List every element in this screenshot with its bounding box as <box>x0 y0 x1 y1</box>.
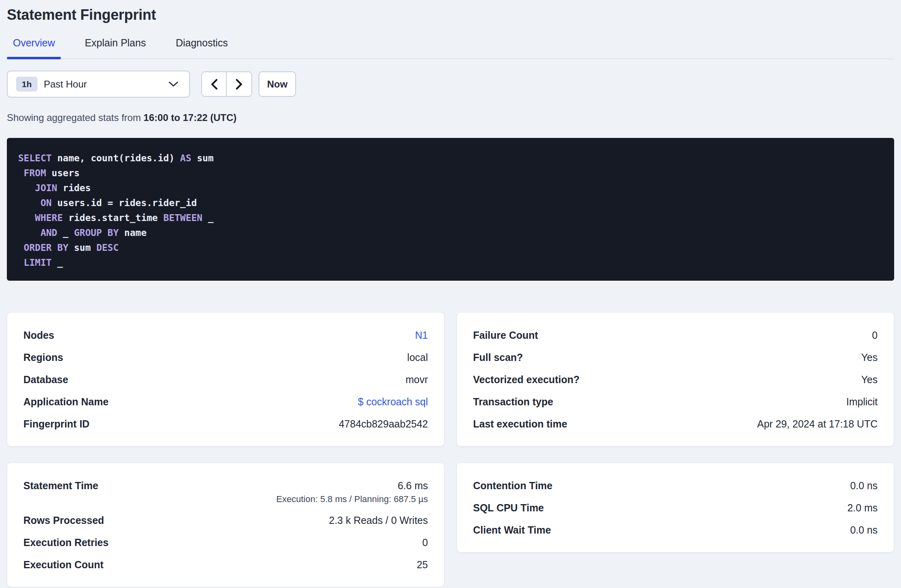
time-range-label: Past Hour <box>44 79 168 90</box>
stat-label: SQL CPU Time <box>473 502 544 514</box>
aggregated-stats-note: Showing aggregated stats from 16:00 to 1… <box>7 112 894 123</box>
stat-value-group: Yes <box>861 374 878 386</box>
sql-line: LIMIT _ <box>18 255 883 270</box>
sql-identifier: rides.start_time <box>63 213 163 223</box>
stat-value: 0 <box>872 329 878 341</box>
sql-line: AND _ GROUP BY name <box>18 225 883 240</box>
stat-value: 6.6 ms <box>398 480 428 492</box>
stat-subvalue: Execution: 5.8 ms / Planning: 687.5 µs <box>276 494 428 504</box>
tab-overview[interactable]: Overview <box>7 37 61 58</box>
stat-value: 0 <box>422 537 428 548</box>
stat-value: Yes <box>861 352 878 363</box>
sql-keyword: DESC <box>96 242 119 253</box>
now-button[interactable]: Now <box>259 71 296 97</box>
stat-row: Execution Count25 <box>23 559 428 571</box>
stat-value-group: 2.3 k Reads / 0 Writes <box>329 515 428 526</box>
sql-identifier: sum <box>69 242 96 253</box>
sql-keyword: ON <box>18 198 52 208</box>
stat-label: Full scan? <box>473 352 523 363</box>
sql-identifier: name <box>119 227 146 238</box>
sql-line: JOIN rides <box>18 181 883 196</box>
stat-value: Apr 29, 2024 at 17:18 UTC <box>757 418 878 430</box>
stat-row: Failure Count0 <box>473 329 878 341</box>
stat-row: Vectorized execution?Yes <box>473 374 878 386</box>
sql-statement-box: SELECT name, count(rides.id) AS sum FROM… <box>7 138 894 281</box>
stat-row: Rows Processed2.3 k Reads / 0 Writes <box>23 515 428 526</box>
stat-row: Regionslocal <box>23 352 428 363</box>
sql-identifier: users.id = rides.rider_id <box>52 198 197 208</box>
stat-value-link[interactable]: $ cockroach sql <box>358 396 428 408</box>
aggregated-stats-prefix: Showing aggregated stats from <box>7 112 144 123</box>
stat-value: 4784cb829aab2542 <box>339 418 428 430</box>
next-interval-button[interactable] <box>227 72 251 96</box>
stat-label: Vectorized execution? <box>473 374 580 386</box>
time-range-badge: 1h <box>16 77 38 92</box>
stat-label: Fingerprint ID <box>23 418 90 430</box>
stat-value-group: 0 <box>872 329 878 341</box>
sql-identifier: _ <box>52 257 63 268</box>
stat-label: Nodes <box>23 329 54 341</box>
sql-keyword: AND <box>18 227 57 238</box>
sql-keyword: ORDER BY <box>18 242 69 253</box>
stat-label: Transaction type <box>473 396 553 408</box>
stat-row: Transaction typeImplicit <box>473 396 878 408</box>
stat-label: Application Name <box>23 396 108 408</box>
stat-row: Application Name$ cockroach sql <box>23 396 428 408</box>
stat-value: 2.3 k Reads / 0 Writes <box>329 515 428 526</box>
prev-interval-button[interactable] <box>202 72 227 96</box>
stat-row: Execution Retries0 <box>23 537 428 548</box>
chevron-down-icon <box>168 81 179 87</box>
stat-value-link[interactable]: N1 <box>415 329 428 341</box>
card-execution-attributes: Failure Count0Full scan?YesVectorized ex… <box>457 312 894 446</box>
stat-row: Full scan?Yes <box>473 352 878 363</box>
tab-diagnostics[interactable]: Diagnostics <box>170 37 234 58</box>
stat-label: Contention Time <box>473 480 553 492</box>
card-execution-stats: Statement Time6.6 msExecution: 5.8 ms / … <box>7 463 444 587</box>
stat-value-group: 0.0 ns <box>850 480 878 492</box>
stat-label: Statement Time <box>23 480 98 492</box>
time-step-buttons <box>201 71 252 97</box>
stat-row: Last execution timeApr 29, 2024 at 17:18… <box>473 418 878 430</box>
time-range-dropdown[interactable]: 1h Past Hour <box>7 71 190 98</box>
stat-label: Regions <box>23 352 63 363</box>
stat-label: Rows Processed <box>23 515 104 526</box>
sql-identifier: name, count(rides.id) <box>52 153 180 163</box>
stat-value-group: 4784cb829aab2542 <box>339 418 428 430</box>
stat-label: Execution Retries <box>23 537 108 548</box>
sql-line: SELECT name, count(rides.id) AS sum <box>18 151 883 166</box>
sql-identifier: rides <box>57 183 91 193</box>
stat-value-group: 0.0 ns <box>850 524 878 536</box>
stat-value-group: 2.0 ms <box>847 502 878 514</box>
sql-line: ON users.id = rides.rider_id <box>18 196 883 211</box>
sql-keyword: SELECT <box>18 153 52 163</box>
stat-label: Database <box>23 374 68 386</box>
sql-keyword: AS <box>180 153 192 163</box>
sql-keyword: WHERE <box>18 213 63 223</box>
cards-row-stats: Statement Time6.6 msExecution: 5.8 ms / … <box>7 463 894 587</box>
sql-identifier: _ <box>57 227 74 238</box>
tab-explain-plans[interactable]: Explain Plans <box>79 37 152 58</box>
sql-line: ORDER BY sum DESC <box>18 240 883 255</box>
card-statement-details: NodesN1RegionslocalDatabasemovrApplicati… <box>7 312 444 446</box>
stat-value: movr <box>405 374 428 386</box>
sql-code: SELECT name, count(rides.id) AS sum FROM… <box>18 151 883 270</box>
stat-row: Statement Time6.6 msExecution: 5.8 ms / … <box>23 480 428 504</box>
stat-value: 2.0 ms <box>847 502 878 514</box>
stat-value-group: 25 <box>417 559 428 571</box>
page-title: Statement Fingerprint <box>7 0 894 23</box>
stat-value-group: $ cockroach sql <box>358 396 428 408</box>
stat-label: Execution Count <box>23 559 104 571</box>
stat-value: local <box>407 352 428 363</box>
stat-label: Client Wait Time <box>473 524 551 536</box>
sql-keyword: FROM <box>18 168 46 178</box>
sql-keyword: LIMIT <box>18 257 52 268</box>
stat-value: 0.0 ns <box>850 524 878 536</box>
sql-keyword: GROUP BY <box>74 227 119 238</box>
stat-value-group: 0 <box>422 537 428 548</box>
stat-value-group: Apr 29, 2024 at 17:18 UTC <box>757 418 878 430</box>
stat-value: Yes <box>861 374 878 386</box>
stat-row: Contention Time0.0 ns <box>473 480 878 492</box>
stat-value: Implicit <box>846 396 878 408</box>
sql-identifier: _ <box>202 213 214 223</box>
sql-identifier: sum <box>191 153 213 163</box>
